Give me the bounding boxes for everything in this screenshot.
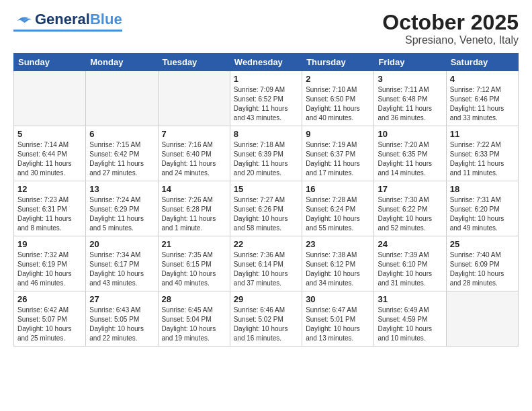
col-friday: Friday [374,54,446,71]
calendar-week-row: 5Sunrise: 7:14 AM Sunset: 6:44 PM Daylig… [14,126,519,181]
day-number: 5 [17,129,82,139]
calendar-table: Sunday Monday Tuesday Wednesday Thursday… [13,53,519,347]
day-number: 25 [450,239,515,249]
day-number: 8 [234,129,298,139]
day-number: 10 [378,129,442,139]
day-number: 15 [234,184,298,194]
table-row: 17Sunrise: 7:30 AM Sunset: 6:22 PM Dayli… [374,181,446,236]
day-info: Sunrise: 6:46 AM Sunset: 5:02 PM Dayligh… [234,306,298,343]
day-number: 17 [378,184,442,194]
day-number: 1 [234,74,298,84]
day-number: 24 [378,239,442,249]
day-number: 18 [450,184,515,194]
table-row: 20Sunrise: 7:34 AM Sunset: 6:17 PM Dayli… [86,236,158,291]
table-row: 23Sunrise: 7:38 AM Sunset: 6:12 PM Dayli… [302,236,374,291]
title-block: October 2025 Spresiano, Veneto, Italy [382,11,519,46]
day-number: 28 [162,294,226,304]
day-info: Sunrise: 7:16 AM Sunset: 6:40 PM Dayligh… [162,140,226,178]
day-info: Sunrise: 7:22 AM Sunset: 6:33 PM Dayligh… [450,140,515,178]
table-row: 8Sunrise: 7:18 AM Sunset: 6:39 PM Daylig… [230,126,302,181]
day-info: Sunrise: 7:23 AM Sunset: 6:31 PM Dayligh… [17,195,82,233]
table-row: 26Sunrise: 6:42 AM Sunset: 5:07 PM Dayli… [14,291,86,347]
day-info: Sunrise: 7:28 AM Sunset: 6:24 PM Dayligh… [306,195,370,233]
day-number: 3 [378,74,442,84]
table-row: 16Sunrise: 7:28 AM Sunset: 6:24 PM Dayli… [302,181,374,236]
logo-underline [13,30,122,32]
day-number: 29 [234,294,298,304]
day-info: Sunrise: 7:30 AM Sunset: 6:22 PM Dayligh… [378,195,442,233]
table-row: 25Sunrise: 7:40 AM Sunset: 6:09 PM Dayli… [446,236,518,291]
day-number: 4 [450,74,515,84]
day-number: 30 [306,294,370,304]
table-row [158,71,230,126]
day-number: 20 [89,239,154,249]
day-info: Sunrise: 7:26 AM Sunset: 6:28 PM Dayligh… [162,195,226,233]
table-row: 30Sunrise: 6:47 AM Sunset: 5:01 PM Dayli… [302,291,374,347]
table-row [446,291,518,347]
day-info: Sunrise: 7:19 AM Sunset: 6:37 PM Dayligh… [306,140,370,178]
col-tuesday: Tuesday [158,54,230,71]
table-row: 22Sunrise: 7:36 AM Sunset: 6:14 PM Dayli… [230,236,302,291]
table-row: 5Sunrise: 7:14 AM Sunset: 6:44 PM Daylig… [14,126,86,181]
day-info: Sunrise: 6:49 AM Sunset: 4:59 PM Dayligh… [378,306,442,343]
col-wednesday: Wednesday [230,54,302,71]
table-row: 3Sunrise: 7:11 AM Sunset: 6:48 PM Daylig… [374,71,446,126]
table-row [86,71,158,126]
day-info: Sunrise: 7:15 AM Sunset: 6:42 PM Dayligh… [89,140,154,178]
col-saturday: Saturday [446,54,518,71]
day-number: 7 [162,129,226,139]
calendar-week-row: 19Sunrise: 7:32 AM Sunset: 6:19 PM Dayli… [14,236,519,291]
day-info: Sunrise: 6:45 AM Sunset: 5:04 PM Dayligh… [162,306,226,343]
day-number: 9 [306,129,370,139]
day-info: Sunrise: 7:24 AM Sunset: 6:29 PM Dayligh… [89,195,154,233]
calendar-header-row: Sunday Monday Tuesday Wednesday Thursday… [14,54,519,71]
day-number: 2 [306,74,370,84]
day-info: Sunrise: 7:35 AM Sunset: 6:15 PM Dayligh… [162,250,226,288]
day-info: Sunrise: 7:18 AM Sunset: 6:39 PM Dayligh… [234,140,298,178]
day-number: 11 [450,129,515,139]
day-info: Sunrise: 7:14 AM Sunset: 6:44 PM Dayligh… [17,140,82,178]
day-info: Sunrise: 7:40 AM Sunset: 6:09 PM Dayligh… [450,250,515,288]
month-title: October 2025 [382,11,519,34]
calendar-week-row: 1Sunrise: 7:09 AM Sunset: 6:52 PM Daylig… [14,71,519,126]
page-header: GeneralBlue October 2025 Spresiano, Vene… [13,11,519,46]
day-number: 22 [234,239,298,249]
day-info: Sunrise: 7:36 AM Sunset: 6:14 PM Dayligh… [234,250,298,288]
day-number: 26 [17,294,82,304]
day-info: Sunrise: 7:39 AM Sunset: 6:10 PM Dayligh… [378,250,442,288]
day-info: Sunrise: 7:11 AM Sunset: 6:48 PM Dayligh… [378,85,442,123]
table-row: 2Sunrise: 7:10 AM Sunset: 6:50 PM Daylig… [302,71,374,126]
table-row: 19Sunrise: 7:32 AM Sunset: 6:19 PM Dayli… [14,236,86,291]
day-number: 27 [89,294,154,304]
day-number: 13 [89,184,154,194]
day-info: Sunrise: 7:32 AM Sunset: 6:19 PM Dayligh… [17,250,82,288]
table-row: 31Sunrise: 6:49 AM Sunset: 4:59 PM Dayli… [374,291,446,347]
day-info: Sunrise: 7:09 AM Sunset: 6:52 PM Dayligh… [234,85,298,123]
calendar-week-row: 26Sunrise: 6:42 AM Sunset: 5:07 PM Dayli… [14,291,519,347]
table-row: 29Sunrise: 6:46 AM Sunset: 5:02 PM Dayli… [230,291,302,347]
table-row: 28Sunrise: 6:45 AM Sunset: 5:04 PM Dayli… [158,291,230,347]
col-monday: Monday [86,54,158,71]
location: Spresiano, Veneto, Italy [382,34,519,46]
table-row: 24Sunrise: 7:39 AM Sunset: 6:10 PM Dayli… [374,236,446,291]
day-number: 16 [306,184,370,194]
day-info: Sunrise: 6:42 AM Sunset: 5:07 PM Dayligh… [17,306,82,343]
day-info: Sunrise: 7:20 AM Sunset: 6:35 PM Dayligh… [378,140,442,178]
table-row: 21Sunrise: 7:35 AM Sunset: 6:15 PM Dayli… [158,236,230,291]
day-info: Sunrise: 7:12 AM Sunset: 6:46 PM Dayligh… [450,85,515,123]
table-row: 15Sunrise: 7:27 AM Sunset: 6:26 PM Dayli… [230,181,302,236]
table-row: 1Sunrise: 7:09 AM Sunset: 6:52 PM Daylig… [230,71,302,126]
table-row: 11Sunrise: 7:22 AM Sunset: 6:33 PM Dayli… [446,126,518,181]
table-row: 14Sunrise: 7:26 AM Sunset: 6:28 PM Dayli… [158,181,230,236]
table-row: 6Sunrise: 7:15 AM Sunset: 6:42 PM Daylig… [86,126,158,181]
day-number: 21 [162,239,226,249]
table-row: 7Sunrise: 7:16 AM Sunset: 6:40 PM Daylig… [158,126,230,181]
table-row: 4Sunrise: 7:12 AM Sunset: 6:46 PM Daylig… [446,71,518,126]
day-info: Sunrise: 7:31 AM Sunset: 6:20 PM Dayligh… [450,195,515,233]
table-row [14,71,86,126]
day-number: 31 [378,294,442,304]
day-number: 19 [17,239,82,249]
day-number: 12 [17,184,82,194]
table-row: 27Sunrise: 6:43 AM Sunset: 5:05 PM Dayli… [86,291,158,347]
logo-text: GeneralBlue [35,11,122,28]
